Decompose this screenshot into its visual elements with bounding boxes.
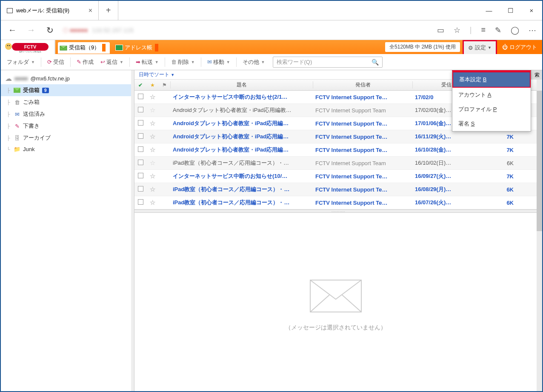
splitter[interactable]: ·········· xyxy=(134,209,542,213)
addressbook-tab[interactable]: アドレス帳 xyxy=(114,42,163,54)
col-subject[interactable]: 題名 xyxy=(170,81,313,89)
reply-button[interactable]: ↩返信▼ xyxy=(98,57,126,67)
dropdown-item[interactable]: プロファイル P xyxy=(452,102,531,117)
folder-draft[interactable]: ├✎下書き xyxy=(1,120,134,132)
sort-link[interactable]: 日時でソート ▼ xyxy=(139,71,174,78)
close-window-button[interactable]: × xyxy=(521,1,542,20)
envelope-icon xyxy=(308,274,363,316)
search-icon[interactable]: 🔍 xyxy=(372,59,379,66)
col-flag-icon[interactable]: ⚑ xyxy=(158,82,170,88)
share-icon[interactable]: ◯ xyxy=(511,26,519,35)
more-icon[interactable]: ⋯ xyxy=(529,26,536,35)
row-star[interactable]: ☆ xyxy=(146,106,158,114)
search-input[interactable]: 検索ワード(Q) 🔍 xyxy=(273,57,383,68)
row-date: 16/09/27(火)… xyxy=(412,172,485,180)
row-checkbox[interactable] xyxy=(138,173,143,178)
folder-archive[interactable]: ├🗄アーカイブ xyxy=(1,132,134,144)
logout-button[interactable]: ⏻ ログアウト xyxy=(497,40,542,54)
row-checkbox[interactable] xyxy=(138,160,143,165)
message-row[interactable]: ☆iPad教室（初心者コース／応用編コース）・…FCTV Internet Su… xyxy=(134,157,542,170)
browser-tab[interactable]: webメール: 受信箱(9) × xyxy=(1,1,99,20)
hub-icon[interactable]: ≡ xyxy=(481,26,486,34)
move-button[interactable]: ✉移動▼ xyxy=(205,57,233,67)
row-star[interactable]: ☆ xyxy=(146,120,158,127)
forward-button[interactable]: ➡転送▼ xyxy=(133,57,161,67)
app-header: FCTV福井ケーブルテレビ株式会社 受信箱（9） アドレス帳 全5120MB 中… xyxy=(1,40,542,54)
gear-icon: ⚙ xyxy=(468,45,473,51)
sidebar-scrollbar[interactable] xyxy=(131,70,134,392)
row-subject: iPad教室（初心者コース／応用編コース）・… xyxy=(170,159,313,167)
folder-folder[interactable]: └📁Junk xyxy=(1,144,134,155)
address-bar[interactable]: ⬡ ■■■■■ 110.52.157.115 xyxy=(63,27,429,34)
row-date: 16/07/26(火)… xyxy=(412,199,485,206)
row-checkbox[interactable] xyxy=(138,94,143,99)
maximize-button[interactable]: ☐ xyxy=(500,1,521,20)
reload-button[interactable]: ↻ xyxy=(44,25,55,35)
row-from: FCTV Internet Support Te… xyxy=(313,200,412,206)
dropdown-item[interactable]: 基本設定 B xyxy=(452,72,531,88)
account-row[interactable]: ☁ ■■■■@mx6.fctv.ne.jp xyxy=(1,73,134,84)
row-checkbox[interactable] xyxy=(138,146,143,152)
folder-trash[interactable]: ├🗑ごみ箱 xyxy=(1,96,134,108)
inbox-tab[interactable]: 受信箱（9） xyxy=(58,42,110,54)
tab-indicator xyxy=(102,44,106,52)
row-checkbox[interactable] xyxy=(138,199,143,205)
message-row[interactable]: ☆インターネットサービス中断のお知らせ(10/…FCTV Internet Su… xyxy=(134,170,542,183)
delete-button[interactable]: 🗑削除▼ xyxy=(169,57,197,67)
archive-icon: 🗄 xyxy=(14,135,20,141)
settings-button[interactable]: ⚙ 設定 ▼ xyxy=(463,40,497,54)
row-size: 6K xyxy=(485,186,516,193)
receive-button[interactable]: ⟳受信 xyxy=(45,57,67,67)
folder-icon: 📁 xyxy=(14,146,20,152)
row-star[interactable]: ☆ xyxy=(146,93,158,101)
row-from: FCTV Internet Support Te… xyxy=(313,134,412,140)
minimize-button[interactable]: — xyxy=(478,1,500,20)
forward-button[interactable]: → xyxy=(26,25,37,35)
logo: FCTV福井ケーブルテレビ株式会社 xyxy=(1,40,55,54)
row-subject: インターネットサービス中断のお知らせ(10/… xyxy=(170,172,313,180)
row-subject: iPad教室（初心者コース／応用編コース）・… xyxy=(170,199,313,206)
compose-button[interactable]: ✎作成 xyxy=(74,57,96,67)
search-toggle[interactable]: 索 xyxy=(531,70,542,80)
folder-sent[interactable]: ├✉送信済み xyxy=(1,108,134,120)
dropdown-item[interactable]: アカウント A xyxy=(452,88,531,102)
content-scrollbar[interactable] xyxy=(537,80,542,392)
row-size: 7K xyxy=(485,173,516,180)
row-from: FCTV Internet Support Team xyxy=(313,160,412,166)
folder-inbox[interactable]: ├受信箱 9 xyxy=(1,84,134,96)
message-row[interactable]: ☆iPad教室（初心者コース／応用編コース）・…FCTV Internet Su… xyxy=(134,196,542,209)
row-checkbox[interactable] xyxy=(138,120,143,126)
message-row[interactable]: ☆Androidタブレット初心者教室・iPad応用編…FCTV Internet… xyxy=(134,130,542,143)
col-check-icon[interactable]: ✔ xyxy=(134,82,146,88)
svg-point-4 xyxy=(9,45,10,46)
row-subject: インターネットサービス中断のお知らせ(2/1… xyxy=(170,93,313,101)
col-from[interactable]: 発信者 xyxy=(313,81,412,89)
dropdown-item[interactable]: 署名 S xyxy=(452,117,531,131)
row-star[interactable]: ☆ xyxy=(146,159,158,167)
favorite-icon[interactable]: ☆ xyxy=(454,26,460,35)
row-star[interactable]: ☆ xyxy=(146,199,158,206)
row-star[interactable]: ☆ xyxy=(146,146,158,154)
row-star[interactable]: ☆ xyxy=(146,133,158,140)
other-menu[interactable]: その他▼ xyxy=(240,57,268,67)
page-icon xyxy=(7,8,13,13)
row-checkbox[interactable] xyxy=(138,133,143,139)
message-row[interactable]: ☆iPad教室（初心者コース／応用編コース）・…FCTV Internet Su… xyxy=(134,183,542,196)
row-checkbox[interactable] xyxy=(138,107,143,112)
back-button[interactable]: ← xyxy=(7,25,18,35)
close-tab-icon[interactable]: × xyxy=(89,7,92,14)
row-star[interactable]: ☆ xyxy=(146,186,158,193)
row-from: FCTV Internet Support Te… xyxy=(313,186,412,193)
new-tab-button[interactable]: + xyxy=(99,1,118,20)
notes-icon[interactable]: ✎ xyxy=(495,26,501,35)
folder-menu[interactable]: フォルダ▼ xyxy=(4,57,37,67)
inbox-tab-label: 受信箱（9） xyxy=(69,44,100,52)
message-row[interactable]: ☆Androidタブレット初心者教室・iPad応用編…FCTV Internet… xyxy=(134,143,542,157)
svg-rect-8 xyxy=(310,280,361,312)
col-star-icon[interactable]: ★ xyxy=(146,82,158,88)
reading-view-icon[interactable]: ▭ xyxy=(437,26,444,35)
row-checkbox[interactable] xyxy=(138,186,143,192)
row-star[interactable]: ☆ xyxy=(146,172,158,180)
window-controls: — ☐ × xyxy=(478,1,542,20)
row-date: 16/10/02(日)… xyxy=(412,159,485,167)
